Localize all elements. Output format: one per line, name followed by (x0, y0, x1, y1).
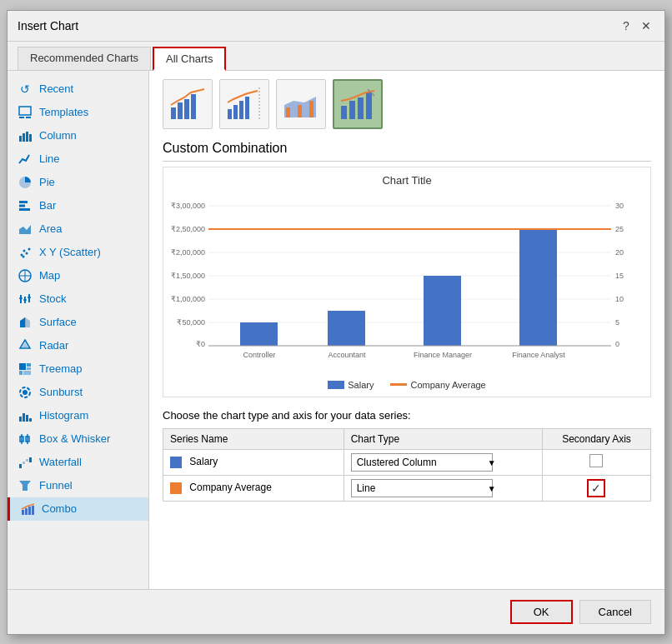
svg-text:Accountant: Accountant (328, 351, 366, 359)
sidebar-label-pie: Pie (39, 176, 55, 188)
boxwhisker-icon (18, 432, 33, 447)
bar-icon (18, 198, 33, 213)
title-buttons: ? ✕ (618, 17, 654, 34)
sidebar-label-column: Column (39, 129, 77, 142)
svg-marker-25 (25, 317, 30, 327)
tab-all-charts[interactable]: All Charts (153, 47, 226, 71)
svg-rect-8 (19, 204, 25, 207)
svg-rect-94 (328, 311, 365, 346)
sidebar-item-area[interactable]: Area (8, 217, 148, 241)
series-name-avg: Company Average (189, 482, 272, 493)
svg-text:15: 15 (615, 272, 624, 280)
sidebar-item-pie[interactable]: Pie (8, 171, 148, 194)
sidebar-item-column[interactable]: Column (8, 124, 148, 147)
svg-rect-54 (171, 107, 176, 119)
sidebar-item-radar[interactable]: Radar (8, 334, 148, 357)
svg-text:25: 25 (615, 225, 624, 233)
xyscatter-icon (18, 245, 33, 260)
svg-point-15 (23, 255, 25, 257)
svg-rect-33 (19, 371, 23, 375)
salary-color-block (170, 457, 182, 468)
svg-text:20: 20 (615, 248, 624, 257)
svg-rect-47 (26, 459, 28, 462)
chart-type-select-avg[interactable]: Clustered Column Line Area Bar (351, 479, 493, 497)
choose-label: Choose the chart type and axis for your … (163, 409, 651, 422)
svg-rect-57 (191, 94, 196, 119)
svg-rect-2 (26, 117, 31, 118)
main-content: Custom Combination Chart Title ₹3,00,000… (149, 71, 664, 589)
sidebar-item-templates[interactable]: Templates (8, 101, 148, 124)
svg-rect-6 (29, 134, 32, 142)
series-name-salary: Salary (189, 456, 218, 467)
svg-rect-30 (19, 363, 26, 370)
svg-text:₹1,00,000: ₹1,00,000 (171, 295, 205, 303)
sidebar-item-treemap[interactable]: Treemap (8, 357, 148, 381)
avg-color-block (170, 482, 182, 494)
close-button[interactable]: ✕ (638, 17, 654, 34)
chart-type-dropdown-salary[interactable]: Clustered Column Line Area Bar ▼ (351, 453, 501, 472)
chart-type-icons-row (163, 79, 651, 129)
recent-icon: ↺ (18, 82, 33, 97)
tab-recommended-charts[interactable]: Recommended Charts (18, 47, 151, 70)
sidebar-item-boxwhisker[interactable]: Box & Whisker (8, 427, 148, 451)
svg-rect-55 (178, 102, 183, 119)
sidebar-label-sunburst: Sunburst (39, 386, 83, 398)
chart-type-icon-3[interactable] (276, 79, 326, 129)
col-header-series-name: Series Name (163, 428, 344, 449)
sidebar-item-surface[interactable]: Surface (8, 311, 148, 334)
pie-icon (18, 175, 33, 190)
secondary-axis-checkbox-salary[interactable] (589, 454, 603, 467)
sidebar-item-bar[interactable]: Bar (8, 194, 148, 217)
dialog-title: Insert Chart (18, 19, 78, 32)
sidebar-item-map[interactable]: Map (8, 264, 148, 287)
chart-type-select-salary[interactable]: Clustered Column Line Area Bar (351, 453, 493, 472)
chart-type-icon-custom[interactable] (333, 79, 383, 129)
radar-icon (18, 338, 33, 353)
sidebar-item-sunburst[interactable]: Sunburst (8, 381, 148, 404)
secondary-axis-checkbox-avg[interactable] (587, 479, 605, 497)
help-button[interactable]: ? (618, 17, 634, 34)
surface-icon (18, 315, 33, 330)
cancel-button[interactable]: Cancel (579, 600, 651, 624)
waterfall-icon (18, 455, 33, 470)
dialog-title-bar: Insert Chart ? ✕ (8, 11, 664, 42)
svg-rect-56 (184, 99, 189, 119)
svg-text:Finance Analyst: Finance Analyst (512, 351, 565, 359)
sidebar-item-funnel[interactable]: Funnel (8, 474, 148, 497)
svg-point-35 (23, 390, 28, 395)
sidebar-item-histogram[interactable]: Histogram (8, 404, 148, 427)
sidebar-label-map: Map (39, 269, 60, 282)
sidebar-item-xyscatter[interactable]: X Y (Scatter) (8, 241, 148, 264)
svg-rect-32 (27, 367, 31, 370)
ok-button[interactable]: OK (510, 600, 573, 624)
svg-rect-58 (228, 109, 232, 119)
secondary-axis-cell-avg (542, 475, 650, 501)
sunburst-icon (18, 385, 33, 400)
svg-rect-66 (309, 101, 313, 117)
svg-rect-65 (298, 105, 302, 117)
legend-salary-label: Salary (348, 380, 374, 390)
svg-marker-49 (19, 481, 31, 491)
area-icon (18, 222, 33, 237)
svg-rect-46 (23, 462, 25, 464)
svg-rect-31 (27, 363, 31, 367)
svg-text:10: 10 (615, 295, 624, 303)
sidebar-item-waterfall[interactable]: Waterfall (8, 451, 148, 474)
sidebar-item-stock[interactable]: Stock (8, 287, 148, 311)
svg-text:Controller: Controller (243, 351, 275, 359)
sidebar-item-recent[interactable]: ↺ Recent (8, 77, 148, 101)
sidebar-item-line[interactable]: Line (8, 147, 148, 171)
svg-rect-7 (19, 201, 28, 203)
svg-rect-40 (29, 418, 32, 422)
chart-type-icon-1[interactable] (163, 79, 213, 129)
series-name-cell: Company Average (163, 475, 344, 501)
chart-type-icon-2[interactable] (219, 79, 269, 129)
svg-rect-69 (358, 97, 364, 119)
chart-type-cell-salary: Clustered Column Line Area Bar ▼ (344, 449, 542, 475)
sidebar-item-combo[interactable]: Combo (8, 497, 148, 521)
chart-type-dropdown-avg[interactable]: Clustered Column Line Area Bar ▼ (351, 479, 501, 497)
legend-company-avg: Company Average (390, 380, 485, 390)
map-icon (18, 268, 33, 283)
sidebar-label-radar: Radar (39, 339, 68, 352)
chart-title: Chart Title (170, 174, 644, 187)
